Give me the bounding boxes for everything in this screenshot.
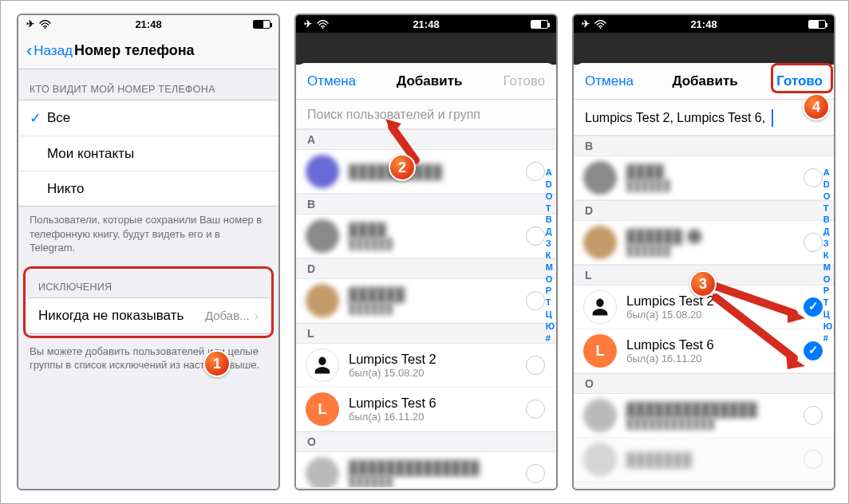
contact-row[interactable]: ██████████████████████████ bbox=[574, 394, 834, 438]
select-circle[interactable] bbox=[804, 406, 823, 425]
section-header-exceptions: ИСКЛЮЧЕНИЯ bbox=[27, 270, 270, 297]
contact-sub: ████████████ bbox=[626, 417, 757, 429]
select-circle[interactable] bbox=[526, 464, 545, 483]
select-circle[interactable] bbox=[804, 450, 823, 469]
avatar bbox=[583, 226, 617, 259]
contact-row[interactable]: ██████ 🔴██████ bbox=[574, 221, 834, 265]
alpha-index-strip[interactable]: ADOТВДЗКМОРТЦЮ# bbox=[823, 167, 832, 345]
highlight-box-done bbox=[771, 63, 833, 93]
index-letter[interactable]: К bbox=[823, 250, 832, 262]
alpha-index-strip[interactable]: ADOТВДЗКМОРТЦЮ# bbox=[546, 167, 555, 345]
index-letter[interactable]: D bbox=[823, 179, 832, 191]
index-letter[interactable]: З bbox=[546, 238, 555, 250]
index-letter[interactable]: Ю bbox=[546, 321, 555, 333]
contact-lumpics-test-2[interactable]: Lumpics Test 2был(а) 15.08.20 bbox=[296, 344, 556, 388]
select-circle[interactable] bbox=[526, 291, 545, 310]
index-letter[interactable]: О bbox=[823, 274, 832, 285]
back-button[interactable]: ‹ Назад bbox=[26, 42, 73, 60]
index-letter[interactable]: Т bbox=[823, 297, 832, 309]
contact-name: Lumpics Test 6 bbox=[349, 396, 436, 411]
index-letter[interactable]: М bbox=[546, 262, 555, 274]
avatar bbox=[306, 348, 339, 382]
avatar: L bbox=[583, 334, 617, 368]
index-letter[interactable]: О bbox=[546, 274, 555, 285]
contact-name: ████ bbox=[349, 222, 393, 238]
index-letter[interactable]: Т bbox=[546, 203, 555, 215]
option-label: Мои контакты bbox=[47, 146, 267, 162]
index-letter[interactable]: D bbox=[546, 179, 555, 191]
highlight-box-1: ИСКЛЮЧЕНИЯ Никогда не показывать Добав..… bbox=[23, 266, 274, 338]
option-label: Все bbox=[47, 110, 267, 126]
contact-sub: ██████ bbox=[349, 238, 393, 250]
contact-name: ██████████████ bbox=[349, 460, 480, 475]
option-contacts[interactable]: Мои контакты bbox=[18, 136, 278, 171]
contact-name: Lumpics Test 2 bbox=[349, 352, 436, 367]
select-circle[interactable] bbox=[526, 162, 545, 181]
contact-sub: ██████ bbox=[626, 244, 703, 256]
contact-lumpics-test-6[interactable]: L Lumpics Test 6был(а) 16.11.20 bbox=[296, 388, 556, 431]
contact-row[interactable]: ███████ bbox=[574, 438, 834, 482]
status-time: 21:48 bbox=[690, 18, 717, 30]
avatar bbox=[306, 284, 339, 317]
done-button[interactable]: Готово bbox=[503, 73, 546, 89]
index-letter[interactable]: В bbox=[546, 214, 555, 226]
select-circle[interactable] bbox=[804, 168, 823, 187]
index-letter[interactable]: Р bbox=[546, 285, 555, 297]
index-letter[interactable]: Ц bbox=[823, 309, 832, 321]
status-bar: ✈ 21:48 bbox=[296, 15, 556, 33]
contact-row[interactable]: ██████████ bbox=[296, 215, 556, 258]
contact-name: Lumpics Test 6 bbox=[626, 337, 714, 352]
contact-sub: был(а) 15.08.20 bbox=[626, 309, 714, 321]
contact-row[interactable]: ████████████████████ bbox=[296, 452, 556, 487]
index-letter[interactable]: Т bbox=[546, 297, 555, 309]
index-letter[interactable]: O bbox=[823, 191, 832, 203]
never-share-with-row[interactable]: Никогда не показывать Добав... › bbox=[27, 298, 270, 333]
text-caret bbox=[772, 109, 773, 127]
exceptions-list: Никогда не показывать Добав... › bbox=[27, 297, 270, 334]
battery-icon bbox=[808, 20, 826, 29]
select-circle[interactable] bbox=[526, 226, 545, 246]
index-letter[interactable]: К bbox=[546, 250, 555, 262]
annotation-arrow-3b bbox=[711, 293, 815, 376]
cancel-button[interactable]: Отмена bbox=[307, 73, 356, 89]
select-circle[interactable] bbox=[526, 356, 545, 375]
index-letter[interactable]: O bbox=[546, 191, 555, 203]
index-letter[interactable]: Р bbox=[823, 285, 832, 297]
sheet-backdrop bbox=[296, 33, 556, 65]
index-letter[interactable]: Д bbox=[546, 226, 555, 238]
index-letter[interactable]: Ю bbox=[823, 321, 832, 333]
chevron-left-icon: ‹ bbox=[26, 42, 32, 60]
index-letter[interactable]: Ц bbox=[546, 309, 555, 321]
index-letter[interactable]: З bbox=[823, 238, 832, 250]
contact-sub: ██████ bbox=[349, 475, 480, 487]
contact-sub: ██████ bbox=[626, 179, 670, 191]
select-circle[interactable] bbox=[804, 233, 823, 252]
option-all[interactable]: ✓ Все bbox=[18, 100, 278, 136]
index-letter[interactable]: В bbox=[823, 214, 832, 226]
contact-row[interactable]: ████████████ bbox=[296, 279, 556, 323]
step-badge-2: 2 bbox=[389, 154, 416, 181]
index-letter[interactable]: Т bbox=[823, 203, 832, 215]
sheet-backdrop bbox=[574, 33, 834, 65]
index-letter[interactable]: # bbox=[823, 333, 832, 345]
contact-sub: был(а) 15.08.20 bbox=[349, 367, 436, 379]
section-index-B: B bbox=[574, 136, 834, 156]
status-bar: ✈ 21:48 bbox=[574, 15, 834, 33]
contact-name: ██████████████ bbox=[626, 402, 757, 417]
index-letter[interactable]: A bbox=[546, 167, 555, 179]
cancel-button[interactable]: Отмена bbox=[585, 73, 634, 89]
wifi-icon bbox=[317, 20, 329, 29]
contact-row[interactable]: ██████████ bbox=[574, 156, 834, 200]
index-letter[interactable]: A bbox=[823, 167, 832, 179]
index-letter[interactable]: М bbox=[823, 262, 832, 274]
sheet-title: Добавить bbox=[397, 73, 462, 89]
index-letter[interactable]: Д bbox=[823, 226, 832, 238]
airplane-icon: ✈ bbox=[304, 18, 312, 30]
selected-tokens-field[interactable]: Lumpics Test 2, Lumpics Test 6, bbox=[574, 100, 834, 136]
index-letter[interactable]: # bbox=[546, 333, 555, 345]
option-nobody[interactable]: Никто bbox=[18, 171, 278, 206]
section-index-B: B bbox=[296, 194, 556, 215]
visibility-options: ✓ Все Мои контакты Никто bbox=[18, 100, 278, 207]
select-circle[interactable] bbox=[526, 400, 545, 419]
tokens-text: Lumpics Test 2, Lumpics Test 6, bbox=[585, 111, 765, 125]
